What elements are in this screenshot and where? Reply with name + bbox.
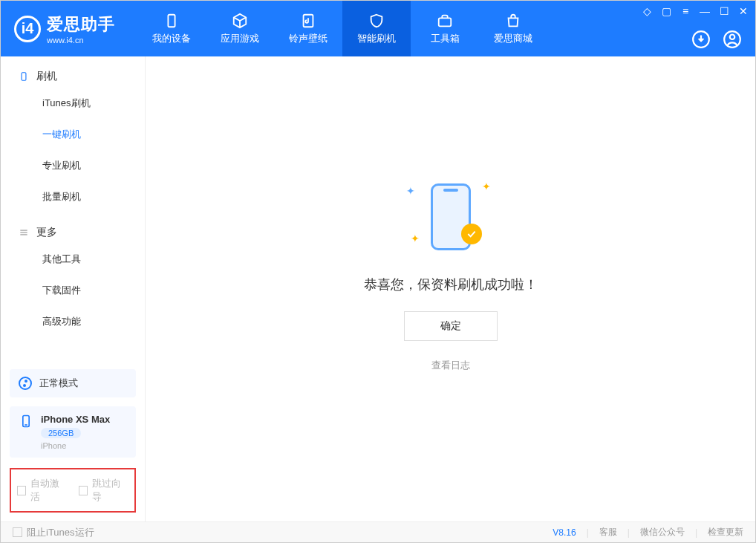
- sparkle-icon: ✦: [406, 185, 415, 197]
- check-badge-icon: [461, 224, 482, 244]
- cube-icon: [232, 13, 248, 29]
- device-info-box[interactable]: iPhone XS Max 256GB iPhone: [10, 406, 136, 458]
- sidebar-section-flash: 刷机: [1, 56, 145, 88]
- checkbox-box: [13, 527, 22, 537]
- tab-label: 智能刷机: [357, 32, 396, 45]
- checkbox-block-itunes[interactable]: 阻止iTunes运行: [13, 526, 94, 539]
- app-url: www.i4.cn: [47, 36, 115, 45]
- sidebar-item-itunes-flash[interactable]: iTunes刷机: [1, 88, 145, 119]
- checkbox-box: [17, 486, 26, 495]
- view-log-link[interactable]: 查看日志: [431, 359, 470, 372]
- svg-rect-0: [168, 14, 175, 27]
- minimize-button[interactable]: —: [699, 5, 711, 17]
- user-icon[interactable]: [723, 30, 742, 49]
- list-icon: [19, 227, 29, 238]
- svg-point-5: [730, 35, 735, 40]
- device-type: iPhone: [41, 441, 110, 450]
- main-content: ✦ ✦ ✦ 恭喜您，保资料刷机成功啦！ 确定 查看日志: [146, 56, 755, 521]
- sidebar-section-more: 更多: [1, 212, 145, 244]
- tab-apps-games[interactable]: 应用游戏: [206, 1, 274, 56]
- sidebar-item-pro-flash[interactable]: 专业刷机: [1, 150, 145, 181]
- tab-my-device[interactable]: 我的设备: [137, 1, 206, 56]
- skin-icon[interactable]: ◇: [641, 5, 653, 17]
- feedback-icon[interactable]: ▢: [660, 5, 672, 17]
- phone-icon: [19, 71, 29, 82]
- tab-label: 铃声壁纸: [289, 32, 328, 45]
- svg-rect-6: [22, 73, 26, 81]
- device-icon: [163, 13, 180, 29]
- sparkle-icon: ✦: [411, 233, 420, 244]
- sidebar-item-advanced[interactable]: 高级功能: [1, 306, 145, 337]
- tab-label: 工具箱: [431, 32, 460, 45]
- phone-icon: [19, 414, 33, 429]
- download-icon[interactable]: [691, 30, 711, 49]
- device-name: iPhone XS Max: [41, 414, 110, 425]
- toolbox-icon: [437, 13, 453, 29]
- success-illustration: ✦ ✦ ✦: [399, 176, 503, 258]
- menu-icon[interactable]: ≡: [680, 5, 691, 17]
- tab-label: 爱思商城: [494, 32, 532, 45]
- bag-icon: [505, 13, 521, 29]
- status-bar: 阻止iTunes运行 V8.16 | 客服 | 微信公众号 | 检查更新: [1, 521, 755, 542]
- mode-label: 正常模式: [39, 377, 78, 390]
- tab-label: 我的设备: [152, 32, 191, 45]
- sparkle-icon: ✦: [482, 181, 491, 192]
- nav-tabs: 我的设备 应用游戏 铃声壁纸 智能刷机 工具箱 爱思商城: [137, 1, 547, 56]
- app-header: i4 爱思助手 www.i4.cn 我的设备 应用游戏 铃声壁纸 智能刷机 工具…: [1, 1, 755, 56]
- app-name: 爱思助手: [47, 13, 115, 36]
- section-label: 刷机: [36, 70, 57, 83]
- shield-icon: [368, 13, 385, 29]
- ok-button[interactable]: 确定: [404, 311, 498, 341]
- music-icon: [300, 13, 316, 29]
- checkbox-auto-activate[interactable]: 自动激活: [17, 477, 67, 504]
- svg-rect-2: [439, 18, 452, 26]
- checkbox-label: 自动激活: [30, 477, 67, 504]
- section-label: 更多: [36, 226, 57, 239]
- sidebar: 刷机 iTunes刷机 一键刷机 专业刷机 批量刷机 更多 其他工具 下载固件 …: [1, 56, 146, 521]
- sidebar-item-onekey-flash[interactable]: 一键刷机: [1, 119, 145, 150]
- sidebar-item-other-tools[interactable]: 其他工具: [1, 244, 145, 275]
- footer-link-wechat[interactable]: 微信公众号: [640, 526, 685, 539]
- tab-ringtone-wallpaper[interactable]: 铃声壁纸: [274, 1, 342, 56]
- version-label: V8.16: [553, 527, 576, 538]
- tab-store[interactable]: 爱思商城: [479, 1, 547, 56]
- success-message: 恭喜您，保资料刷机成功啦！: [364, 276, 538, 293]
- checkbox-box: [79, 486, 88, 495]
- device-capacity: 256GB: [41, 428, 81, 438]
- flash-options-box: 自动激活 跳过向导: [10, 468, 136, 513]
- header-actions: [691, 30, 742, 49]
- mode-icon: [19, 377, 32, 390]
- logo-icon: i4: [14, 16, 41, 42]
- tab-toolbox[interactable]: 工具箱: [411, 1, 479, 56]
- device-mode-box[interactable]: 正常模式: [10, 369, 136, 397]
- tab-label: 应用游戏: [221, 32, 259, 45]
- close-button[interactable]: ✕: [737, 5, 749, 17]
- sidebar-item-download-firmware[interactable]: 下载固件: [1, 275, 145, 306]
- checkbox-skip-guide[interactable]: 跳过向导: [79, 477, 128, 504]
- footer-link-update[interactable]: 检查更新: [708, 526, 743, 539]
- sidebar-item-batch-flash[interactable]: 批量刷机: [1, 181, 145, 212]
- app-logo: i4 爱思助手 www.i4.cn: [14, 13, 115, 45]
- checkbox-label: 阻止iTunes运行: [27, 526, 94, 539]
- maximize-button[interactable]: ☐: [718, 5, 730, 17]
- footer-link-support[interactable]: 客服: [599, 526, 617, 539]
- checkbox-label: 跳过向导: [92, 477, 128, 504]
- window-controls: ◇ ▢ ≡ — ☐ ✕: [641, 5, 749, 17]
- tab-smart-flash[interactable]: 智能刷机: [342, 1, 411, 56]
